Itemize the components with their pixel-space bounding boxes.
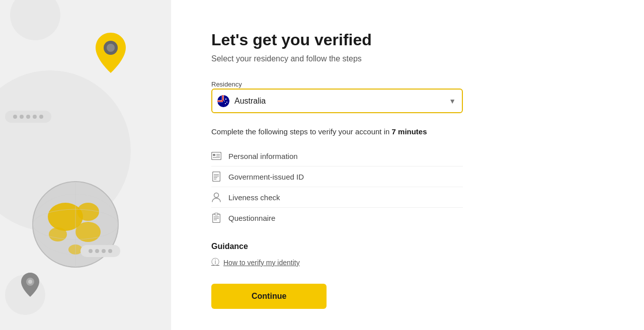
svg-rect-28 bbox=[213, 172, 220, 182]
bg-circle-top bbox=[10, 0, 60, 40]
step-questionnaire-label: Questionnaire bbox=[228, 214, 275, 222]
content-panel: Let's get you verified Select your resid… bbox=[171, 0, 644, 330]
pin-small bbox=[20, 272, 40, 300]
id-card-icon bbox=[211, 151, 221, 161]
step-government-id-label: Government-issued ID bbox=[228, 173, 304, 181]
clipboard-icon bbox=[211, 213, 221, 223]
chat-bubble-left bbox=[5, 111, 51, 123]
document-icon bbox=[211, 172, 221, 182]
steps-time: 7 minutes bbox=[392, 127, 427, 136]
info-circle-icon: ⓘ bbox=[211, 257, 219, 268]
steps-list: Personal information Government-issued I… bbox=[211, 146, 463, 228]
guidance-section: Guidance ⓘ How to verify my identity bbox=[211, 242, 463, 268]
continue-button[interactable]: Continue bbox=[211, 284, 327, 309]
svg-point-13 bbox=[28, 280, 32, 284]
residency-label: Residency bbox=[211, 80, 242, 88]
svg-point-11 bbox=[107, 44, 115, 52]
step-personal-info: Personal information bbox=[211, 146, 463, 167]
main-content: Let's get you verified Select your resid… bbox=[211, 30, 463, 309]
person-icon bbox=[211, 192, 221, 202]
svg-rect-24 bbox=[213, 154, 215, 156]
residency-select[interactable]: Australia United States United Kingdom C… bbox=[211, 89, 463, 113]
step-liveness-label: Liveness check bbox=[228, 193, 280, 202]
step-personal-info-label: Personal information bbox=[228, 152, 298, 160]
guidance-link-text: How to verify my identity bbox=[223, 259, 300, 267]
steps-intro-text: Complete the following steps to verify y… bbox=[211, 127, 463, 136]
step-liveness: Liveness check bbox=[211, 187, 463, 208]
svg-point-3 bbox=[49, 227, 67, 241]
pin-large bbox=[93, 30, 128, 77]
step-questionnaire: Questionnaire bbox=[211, 208, 463, 228]
svg-rect-35 bbox=[215, 213, 218, 215]
svg-point-33 bbox=[214, 193, 219, 198]
guidance-link[interactable]: ⓘ How to verify my identity bbox=[211, 257, 463, 268]
step-government-id: Government-issued ID bbox=[211, 167, 463, 187]
chat-bubble-right bbox=[80, 245, 120, 257]
guidance-title: Guidance bbox=[211, 242, 463, 251]
decorative-panel bbox=[0, 0, 171, 330]
svg-point-2 bbox=[77, 203, 99, 221]
residency-field: Residency bbox=[211, 79, 463, 113]
page-title: Let's get you verified bbox=[211, 30, 463, 49]
page-subtitle: Select your residency and follow the ste… bbox=[211, 54, 463, 63]
residency-select-wrapper[interactable]: Australia United States United Kingdom C… bbox=[211, 89, 463, 113]
